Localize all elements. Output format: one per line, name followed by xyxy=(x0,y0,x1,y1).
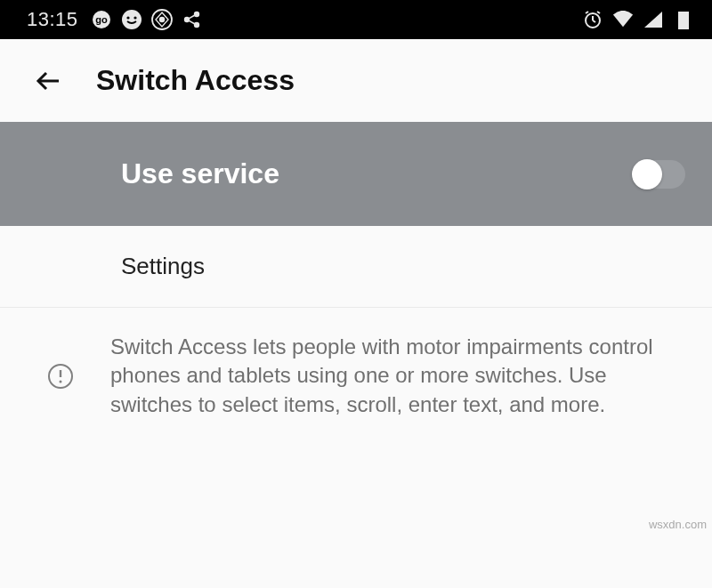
smiley-icon xyxy=(121,9,142,30)
info-icon-wrap xyxy=(36,363,85,390)
svg-point-4 xyxy=(134,16,136,19)
status-bar: 13:15 go xyxy=(0,0,712,39)
info-alert-icon xyxy=(47,363,74,390)
info-row: Switch Access lets people with motor imp… xyxy=(0,308,712,444)
signal-icon xyxy=(643,9,664,30)
use-service-toggle[interactable] xyxy=(634,160,685,189)
svg-point-9 xyxy=(193,22,198,28)
svg-point-21 xyxy=(60,380,62,383)
status-system-icons xyxy=(582,9,694,30)
wifi-icon xyxy=(612,9,634,30)
shield-app-icon xyxy=(151,9,173,30)
settings-label: Settings xyxy=(121,253,205,279)
status-time: 13:15 xyxy=(27,8,78,31)
alarm-icon xyxy=(582,9,603,30)
svg-point-7 xyxy=(183,17,189,22)
svg-line-15 xyxy=(586,12,588,13)
svg-point-8 xyxy=(193,12,198,17)
status-notification-icons: go xyxy=(91,9,203,30)
page-title: Switch Access xyxy=(96,64,295,97)
svg-point-3 xyxy=(126,16,129,19)
svg-rect-17 xyxy=(678,12,689,29)
svg-point-6 xyxy=(158,17,164,22)
back-button[interactable] xyxy=(32,65,64,97)
arrow-left-icon xyxy=(34,67,62,95)
settings-row[interactable]: Settings xyxy=(0,226,712,308)
svg-line-10 xyxy=(189,15,194,18)
svg-text:go: go xyxy=(95,14,108,25)
info-text: Switch Access lets people with motor imp… xyxy=(110,333,685,419)
go-app-icon: go xyxy=(91,9,112,30)
use-service-row[interactable]: Use service xyxy=(0,122,712,226)
toggle-thumb xyxy=(632,159,662,189)
svg-line-16 xyxy=(597,12,600,13)
app-bar: Switch Access xyxy=(0,39,712,122)
battery-icon xyxy=(673,9,694,30)
svg-line-11 xyxy=(189,20,194,23)
status-left: 13:15 go xyxy=(27,8,203,31)
svg-line-14 xyxy=(593,20,595,22)
svg-point-2 xyxy=(122,10,142,29)
use-service-label: Use service xyxy=(121,157,279,190)
share-icon xyxy=(182,9,203,30)
watermark: wsxdn.com xyxy=(649,518,707,531)
